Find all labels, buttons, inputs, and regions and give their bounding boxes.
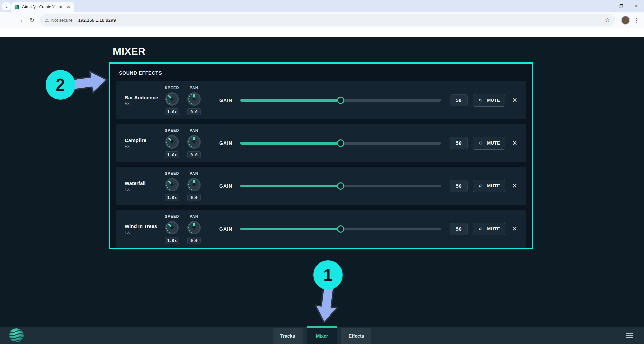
forward-icon[interactable]: → [15, 14, 26, 26]
pan-value: 0.0 [187, 194, 201, 201]
channel-name: Waterfall [125, 180, 161, 186]
pan-knob-group: PAN 0.0 [183, 81, 205, 119]
tab-search-chevron-icon[interactable]: ⌄ [2, 2, 11, 10]
channel-type: FX [125, 101, 161, 106]
step2-arrow [69, 66, 110, 99]
pan-label: PAN [190, 214, 198, 218]
pan-knob[interactable] [187, 92, 201, 106]
bottom-navbar: Tracks Mixer Effects [0, 327, 644, 344]
gain-slider[interactable] [240, 182, 441, 190]
gain-fill [240, 142, 341, 145]
toolbar-gap [0, 28, 644, 37]
speed-label: SPEED [165, 171, 179, 175]
pan-label: PAN [190, 171, 198, 175]
gain-thumb[interactable] [337, 97, 344, 104]
address-bar[interactable]: ⚠ Not secure 192.168.1.18:8299 ☆ [40, 14, 615, 26]
gain-value: 50 [450, 180, 468, 192]
speed-value: 1.0x [165, 237, 179, 244]
gain-thumb[interactable] [337, 139, 344, 147]
tab-audio-icon[interactable] [59, 5, 64, 9]
gain-fill [240, 228, 341, 230]
not-secure-label[interactable]: Not secure [51, 18, 73, 23]
tab-close-icon[interactable]: ✕ [66, 5, 71, 9]
step2-badge: 2 [46, 70, 75, 100]
window-restore-button[interactable] [613, 0, 629, 12]
browser-tabstrip: ⌄ Atmoify - Create Your Perfe ✕ ✕ [0, 0, 644, 12]
step1-arrow [310, 285, 343, 326]
bookmark-star-icon[interactable]: ☆ [605, 17, 610, 24]
url-text[interactable]: 192.168.1.18:8299 [78, 18, 116, 23]
app-logo-icon [9, 328, 24, 343]
channel-card: Waterfall FX SPEED 1.0x PAN 0.0 GAIN [116, 167, 526, 205]
pan-label: PAN [190, 85, 198, 90]
gain-slider[interactable] [240, 139, 441, 147]
favicon-icon [14, 4, 20, 10]
window-controls: ✕ [598, 0, 644, 12]
remove-channel-button[interactable]: ✕ [512, 96, 517, 104]
gain-thumb[interactable] [337, 225, 344, 233]
mute-label: MUTE [487, 183, 500, 188]
remove-channel-button[interactable]: ✕ [512, 182, 517, 190]
hamburger-menu-icon[interactable] [626, 333, 633, 338]
channel-card: Bar Ambience FX SPEED 1.0x PAN 0.0 GAIN [116, 81, 526, 119]
mute-label: MUTE [487, 140, 500, 146]
remove-channel-button[interactable]: ✕ [512, 225, 517, 233]
speed-value: 1.0x [165, 108, 179, 115]
tab-title: Atmoify - Create Your Perfe [22, 5, 57, 9]
speed-knob[interactable] [165, 221, 179, 235]
gain-slider[interactable] [240, 97, 441, 104]
speed-label: SPEED [165, 128, 179, 132]
tab-effects[interactable]: Effects [341, 328, 371, 344]
speed-label: SPEED [165, 85, 179, 90]
mute-button[interactable]: MUTE [473, 223, 505, 235]
mute-button[interactable]: MUTE [473, 137, 505, 150]
mute-button[interactable]: MUTE [473, 180, 505, 192]
channel-card: Wind In Trees FX SPEED 1.0x PAN 0.0 GAIN [116, 210, 526, 248]
speed-knob-group: SPEED 1.0x [161, 167, 183, 205]
pan-knob[interactable] [187, 221, 201, 235]
pan-label: PAN [190, 128, 198, 132]
gain-slider[interactable] [240, 225, 441, 233]
panel-header: SOUND EFFECTS [119, 70, 526, 76]
speaker-icon [478, 140, 484, 146]
remove-channel-button[interactable]: ✕ [512, 139, 517, 147]
channel-card: Campfire FX SPEED 1.0x PAN 0.0 GAIN [116, 124, 526, 162]
reload-icon[interactable]: ↻ [26, 14, 38, 26]
gain-label: GAIN [219, 183, 232, 189]
browser-tab[interactable]: Atmoify - Create Your Perfe ✕ [11, 2, 74, 12]
pan-value: 0.0 [187, 108, 201, 115]
speed-knob[interactable] [165, 135, 179, 149]
screen: ⌄ Atmoify - Create Your Perfe ✕ ✕ ← → ↻ … [0, 0, 644, 344]
speaker-icon [478, 183, 484, 189]
speaker-icon [478, 97, 484, 103]
speaker-icon [478, 226, 484, 232]
back-icon[interactable]: ← [3, 14, 15, 26]
speed-knob[interactable] [165, 92, 179, 106]
gain-fill [240, 99, 341, 102]
speed-value: 1.0x [165, 194, 179, 201]
tab-mixer[interactable]: Mixer [307, 326, 337, 344]
speed-value: 1.0x [165, 151, 179, 158]
speed-knob-group: SPEED 1.0x [161, 210, 183, 248]
tab-tracks[interactable]: Tracks [273, 328, 303, 344]
window-close-button[interactable]: ✕ [629, 0, 644, 12]
browser-menu-icon[interactable]: ⋮ [632, 17, 641, 24]
channel-type: FX [125, 230, 161, 235]
pan-value: 0.0 [187, 237, 201, 244]
channel-name: Campfire [125, 137, 161, 143]
browser-toolbar: ← → ↻ ⚠ Not secure 192.168.1.18:8299 ☆ ⋮ [0, 12, 644, 28]
gain-fill [240, 185, 341, 187]
gain-value: 50 [450, 137, 468, 149]
profile-avatar[interactable] [621, 16, 630, 25]
step1-badge: 1 [313, 260, 343, 290]
pan-knob[interactable] [187, 178, 201, 192]
channel-name: Wind In Trees [125, 223, 161, 229]
speed-knob[interactable] [165, 178, 179, 192]
nav-tabs: Tracks Mixer Effects [273, 326, 371, 344]
pan-knob[interactable] [187, 135, 201, 149]
pan-knob-group: PAN 0.0 [183, 124, 205, 162]
window-minimize-button[interactable] [598, 0, 613, 12]
gain-thumb[interactable] [337, 182, 344, 190]
sound-effects-panel: SOUND EFFECTS Bar Ambience FX SPEED 1.0x… [109, 62, 533, 249]
mute-button[interactable]: MUTE [473, 94, 505, 107]
